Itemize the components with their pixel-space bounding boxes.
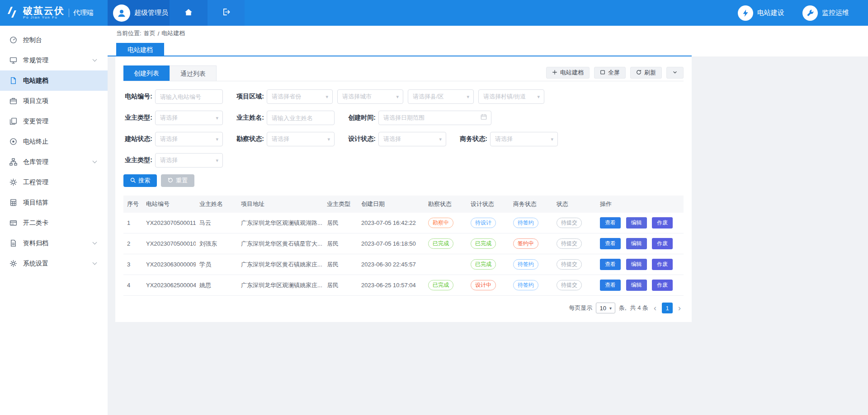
create-time-range-input[interactable]: 请选择日期范围 [378, 111, 491, 125]
survey-status-badge: 勘察中 [428, 218, 453, 228]
chevron-down-icon: ▾ [396, 94, 399, 100]
sitemap-icon [9, 158, 17, 166]
sidebar-item-label: 工程管理 [23, 178, 48, 187]
refresh-button[interactable]: 刷新 [630, 67, 662, 79]
per-page-label: 每页显示 [569, 304, 592, 312]
business-status-label: 商务状态: [458, 135, 487, 143]
calculator-icon [9, 199, 17, 206]
business-status-badge: 待签约 [513, 280, 538, 290]
fullscreen-button[interactable]: 全屏 [594, 67, 626, 79]
view-button[interactable]: 查看 [600, 259, 621, 270]
chevron-down-icon: ▾ [216, 115, 218, 121]
province-select[interactable]: 请选择省份 ▾ [267, 89, 333, 104]
cell-create-date: 2023-07-05 16:18:50 [358, 233, 425, 254]
void-button[interactable]: 作废 [652, 259, 673, 270]
search-icon [130, 177, 136, 184]
select-placeholder: 请选择村镇/街道 [483, 93, 537, 101]
cell-actions: 查看 编辑 作废 [596, 213, 684, 233]
sidebar-item-label: 仓库管理 [23, 158, 48, 166]
tab-station-archive[interactable]: 电站建档 [116, 43, 164, 56]
avatar [113, 5, 130, 22]
business-status-badge: 待签约 [513, 259, 538, 270]
region-label: 项目区域: [235, 93, 264, 101]
sidebar-item-change-mgmt[interactable]: 变更管理 [0, 111, 108, 131]
sidebar-item-label: 项目立项 [23, 97, 48, 105]
nav-station-build[interactable]: 电站建设 [738, 5, 784, 21]
table-row: 3 YX2023063000009 学员 广东深圳龙华区黄石镇姚家庄... 居民… [123, 254, 684, 275]
county-select[interactable]: 请选择县/区 ▾ [408, 89, 474, 104]
nav-station-build-label: 电站建设 [757, 9, 784, 17]
void-button[interactable]: 作废 [652, 238, 673, 249]
view-button[interactable]: 查看 [600, 217, 621, 228]
per-page-unit: 条, [619, 304, 627, 312]
cell-station-code: YX2023062500004 [142, 275, 196, 296]
sidebar-item-project-initiation[interactable]: 项目立项 [0, 91, 108, 111]
chevron-down-icon: ▾ [439, 136, 442, 142]
sidebar-item-system-settings[interactable]: 系统设置 [0, 253, 108, 274]
void-button[interactable]: 作废 [652, 280, 673, 291]
tab-passed-list[interactable]: 通过列表 [170, 65, 217, 81]
edit-button[interactable]: 编辑 [626, 217, 647, 228]
owner-name-input[interactable] [267, 111, 335, 125]
collapse-button[interactable] [666, 67, 684, 79]
sidebar-item-general-mgmt[interactable]: 常规管理 [0, 50, 108, 70]
build-status-select[interactable]: 请选择 ▾ [155, 132, 223, 146]
station-table: 序号 电站编号 业主姓名 项目地址 业主类型 创建日期 勘察状态 设计状态 商务… [123, 196, 684, 296]
sidebar-item-data-archive[interactable]: 资料归档 [0, 233, 108, 253]
app-title: 破茧云伏 [23, 6, 65, 16]
sidebar-item-label: 开二类卡 [23, 219, 48, 227]
chevron-down-icon: ▾ [537, 94, 540, 100]
status-badge: 待提交 [557, 280, 582, 290]
sidebar-item-project-settlement[interactable]: 项目结算 [0, 192, 108, 213]
settings-gear-icon [9, 260, 17, 267]
owner-type-select[interactable]: 请选择 ▾ [155, 111, 223, 125]
breadcrumb-current: 电站建档 [161, 29, 185, 37]
cell-station-code: YX2023070500011 [142, 213, 196, 233]
sidebar-item-engineering-mgmt[interactable]: 工程管理 [0, 172, 108, 192]
design-status-select[interactable]: 请选择 ▾ [378, 132, 446, 146]
select-placeholder: 请选择县/区 [413, 93, 467, 101]
app-edition-label: 代理端 [69, 9, 94, 17]
filter-form: 电站编号: 项目区域: 请选择省份 ▾ 请选择城市 ▾ 请选择县/区 [123, 81, 684, 168]
cell-owner-name: 姚思 [196, 275, 237, 296]
fullscreen-icon [600, 70, 605, 76]
sidebar-item-class2-card[interactable]: 开二类卡 [0, 213, 108, 233]
void-button[interactable]: 作废 [652, 217, 673, 228]
search-button[interactable]: 搜索 [123, 174, 157, 187]
next-page-button[interactable]: › [676, 304, 683, 312]
tab-create-list[interactable]: 创建列表 [123, 65, 170, 81]
edit-button[interactable]: 编辑 [626, 280, 647, 291]
cell-create-date: 2023-06-30 22:45:57 [358, 254, 425, 275]
status-badge: 待提交 [557, 259, 582, 270]
business-status-select[interactable]: 请选择 ▾ [490, 132, 558, 146]
sidebar-item-station-termination[interactable]: 电站终止 [0, 131, 108, 152]
breadcrumb-home[interactable]: 首页 [144, 29, 156, 37]
edit-button[interactable]: 编辑 [626, 238, 647, 249]
sidebar-item-console[interactable]: 控制台 [0, 30, 108, 50]
current-page-button[interactable]: 1 [662, 303, 673, 313]
business-status-badge: 待签约 [513, 218, 538, 228]
cell-owner-name: 刘强东 [196, 233, 237, 254]
total-count: 共 4 条 [630, 304, 648, 312]
view-button[interactable]: 查看 [600, 280, 621, 291]
reset-button[interactable]: 重置 [161, 174, 194, 187]
station-code-input[interactable] [155, 89, 223, 104]
add-station-button[interactable]: 电站建档 [546, 67, 590, 79]
owner-type2-select[interactable]: 请选择 ▾ [155, 153, 223, 168]
town-select[interactable]: 请选择村镇/街道 ▾ [478, 89, 544, 104]
home-button[interactable] [170, 0, 208, 26]
per-page-select[interactable]: 10 ▾ [596, 303, 615, 313]
cell-actions: 查看 编辑 作废 [596, 254, 684, 275]
nav-monitor-ops[interactable]: 监控运维 [802, 5, 849, 21]
user-menu[interactable]: 超级管理员 [108, 0, 170, 26]
cell-index: 1 [123, 213, 142, 233]
prev-page-button[interactable]: ‹ [652, 304, 658, 312]
edit-button[interactable]: 编辑 [626, 259, 647, 270]
status-badge: 待提交 [557, 238, 582, 249]
survey-status-select[interactable]: 请选择 ▾ [267, 132, 335, 146]
logout-button[interactable] [208, 0, 245, 26]
sidebar-item-station-archive[interactable]: 电站建档 [0, 70, 108, 91]
city-select[interactable]: 请选择城市 ▾ [337, 89, 403, 104]
view-button[interactable]: 查看 [600, 238, 621, 249]
sidebar-item-warehouse-mgmt[interactable]: 仓库管理 [0, 152, 108, 172]
